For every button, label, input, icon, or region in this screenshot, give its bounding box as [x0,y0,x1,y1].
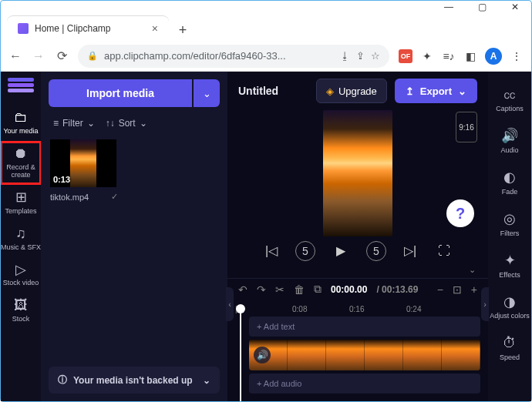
image-icon: 🖼 [14,298,28,313]
tab-title: Home | Clipchamp [35,23,110,34]
effects-tab[interactable]: ✦Effects [488,247,531,286]
clipchamp-favicon [18,23,29,34]
import-dropdown-button[interactable]: ⌄ [194,79,220,107]
used-check-icon: ✓ [111,192,118,202]
timeline-toolbar: ↶ ↷ ✂ 🗑 ⧉ 00:00.00 / 00:13.69 − ⊡ + [227,278,488,300]
audio-track[interactable]: + Add audio [249,374,480,394]
sidebar-record-create[interactable]: ⏺ Record & create [1,142,41,184]
chevron-down-icon: ⌄ [87,118,95,129]
zoom-fit-button[interactable]: ⊡ [453,283,462,296]
adjust-colors-tab[interactable]: ◑Adjust colors [488,288,531,327]
back-button[interactable]: ← [8,49,22,63]
zoom-out-button[interactable]: − [437,283,443,296]
fade-tab[interactable]: ◐Fade [488,164,531,203]
skip-start-button[interactable]: |◁ [261,241,281,261]
zoom-in-button[interactable]: + [471,283,477,296]
tab-strip: Home | Clipchamp × + [1,13,531,41]
project-name[interactable]: Untitled [238,85,278,97]
minimize-button[interactable]: — [444,2,453,12]
profile-avatar[interactable]: A [485,48,502,65]
help-button[interactable]: ? [446,199,474,227]
media-clip[interactable]: 0:13 tiktok.mp4 ✓ [50,139,118,202]
playhead[interactable] [240,309,241,401]
chevron-down-icon: ⌄ [140,118,147,129]
video-track[interactable]: 🔊 [249,340,480,370]
text-track[interactable]: + Add text [249,317,480,337]
video-preview[interactable] [323,110,392,236]
speaker-icon: 🔊 [501,129,518,144]
camera-icon: ⏺ [14,146,28,162]
playback-controls: |◁ 5 ▶ 5 ▷| ⛶ [227,236,488,265]
redo-button[interactable]: ↷ [257,283,266,296]
expand-timeline-button[interactable]: ⌄ [469,265,476,278]
media-panel: Import media ⌄ ≡ Filter ⌄ ↑↓ Sort ⌄ [41,72,227,401]
templates-icon: ⊞ [15,190,27,206]
music-icon: ♫ [15,226,26,242]
playlist-icon[interactable]: ≡♪ [442,49,456,63]
split-button[interactable]: ✂ [275,283,285,296]
skip-end-button[interactable]: ▷| [400,241,420,261]
filters-tab[interactable]: ◎Filters [488,206,531,244]
delete-button[interactable]: 🗑 [294,283,305,296]
forward-button[interactable]: → [32,49,45,63]
timecode-current: 00:00.00 [331,284,367,295]
extensions-icon[interactable]: ✦ [420,49,434,63]
url-field[interactable]: 🔒 app.clipchamp.com/editor/6dfa9460-33..… [78,45,389,68]
menu-icon[interactable]: ⋮ [510,49,524,63]
aspect-ratio-button[interactable]: 9:16 [456,112,477,142]
collapse-media-panel[interactable]: ‹ [226,287,234,321]
share-icon[interactable]: ⇪ [356,50,365,62]
sidebar-stock[interactable]: 🖼 Stock [1,293,41,328]
export-button[interactable]: ↥ Export ⌄ [395,79,477,103]
effects-icon: ✦ [504,253,516,269]
mute-icon[interactable]: 🔊 [254,347,271,363]
fade-icon: ◐ [503,170,516,186]
sidebar-music-sfx[interactable]: ♫ Music & SFX [1,222,41,256]
bookmark-icon[interactable]: ☆ [371,50,380,62]
clip-name: tiktok.mp4 [50,193,89,202]
extension-of[interactable]: OF [399,49,412,63]
upgrade-button[interactable]: ◈ Upgrade [316,79,387,103]
play-button[interactable]: ▶ [329,240,352,263]
timeline[interactable]: | 0:08 0:16 0:24 + Add text 🔊 + Add audi… [227,300,488,401]
sort-button[interactable]: ↑↓ Sort ⌄ [106,118,147,129]
forward-5s-button[interactable]: 5 [366,241,386,261]
duplicate-button[interactable]: ⧉ [314,283,322,296]
sort-icon: ↑↓ [106,118,115,129]
audio-tab[interactable]: 🔊Audio [488,122,531,161]
new-tab-button[interactable]: + [172,19,194,41]
maximize-button[interactable]: ▢ [478,2,487,12]
reload-button[interactable]: ⟳ [55,49,69,63]
info-icon: ⓘ [58,374,67,387]
speed-tab[interactable]: ⏱Speed [488,330,531,368]
window-controls: — ▢ ✕ [1,1,531,13]
sidebar-your-media[interactable]: 🗀 Your media [1,106,41,140]
timecode-duration: 00:13.69 [382,284,418,295]
sidebar-templates[interactable]: ⊞ Templates [1,186,41,220]
collapse-right-panel[interactable]: › [481,287,489,321]
clip-duration: 0:13 [53,175,70,184]
import-media-button[interactable]: Import media [49,79,192,107]
fullscreen-button[interactable]: ⛶ [434,241,454,261]
filter-button[interactable]: ≡ Filter ⌄ [53,118,95,129]
install-icon[interactable]: ⭳ [340,50,350,62]
browser-tab[interactable]: Home | Clipchamp × [7,15,169,41]
filters-icon: ◎ [503,212,516,227]
upload-icon: ↥ [406,85,414,97]
filter-icon: ≡ [53,118,59,129]
sidepanel-icon[interactable]: ◧ [463,49,477,63]
video-icon: ▷ [15,262,26,277]
sidebar-stock-video[interactable]: ▷ Stock video [1,257,41,292]
left-sidebar: 🗀 Your media ⏺ Record & create ⊞ Templat… [1,72,41,401]
backup-banner[interactable]: ⓘ Your media isn't backed up ⌄ [49,367,220,394]
top-bar: Untitled ◈ Upgrade ↥ Export ⌄ [227,72,488,110]
rewind-5s-button[interactable]: 5 [295,241,315,261]
close-window-button[interactable]: ✕ [511,2,519,12]
preview-canvas: 9:16 ? [227,110,488,236]
close-tab-button[interactable]: × [152,22,158,35]
captions-tab[interactable]: ㏄Captions [488,81,531,119]
clipchamp-logo[interactable] [8,78,34,96]
undo-button[interactable]: ↶ [238,283,247,296]
right-sidebar: ㏄Captions 🔊Audio ◐Fade ◎Filters ✦Effects… [488,72,531,401]
timeline-ruler[interactable]: | 0:08 0:16 0:24 [235,300,480,313]
